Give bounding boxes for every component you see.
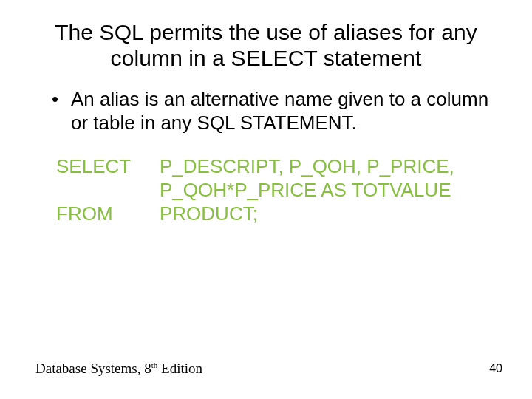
footer-book-suffix: Edition (157, 361, 202, 376)
sql-select-line-2: P_QOH*P_PRICE AS TOTVALUE (160, 179, 454, 202)
footer-book-sup: th (151, 361, 158, 369)
sql-from-row: FROM PRODUCT; (56, 202, 497, 226)
slide-title: The SQL permits the use of aliases for a… (35, 19, 497, 72)
page-number: 40 (489, 362, 502, 375)
slide: The SQL permits the use of aliases for a… (0, 0, 532, 399)
sql-select-row: SELECT P_DESCRIPT, P_QOH, P_PRICE, P_QOH… (56, 155, 497, 202)
sql-select-line-1: P_DESCRIPT, P_QOH, P_PRICE, (160, 155, 454, 179)
sql-keyword-from: FROM (56, 202, 160, 226)
footer-book-prefix: Database Systems, 8 (35, 361, 151, 376)
bullet-list: An alias is an alternative name given to… (35, 88, 497, 134)
sql-keyword-select: SELECT (56, 155, 160, 179)
sql-example: SELECT P_DESCRIPT, P_QOH, P_PRICE, P_QOH… (56, 155, 497, 225)
sql-select-clause: P_DESCRIPT, P_QOH, P_PRICE, P_QOH*P_PRIC… (160, 155, 454, 202)
sql-from-clause: PRODUCT; (160, 202, 258, 226)
bullet-item: An alias is an alternative name given to… (56, 88, 497, 134)
footer-book-title: Database Systems, 8th Edition (35, 361, 202, 377)
